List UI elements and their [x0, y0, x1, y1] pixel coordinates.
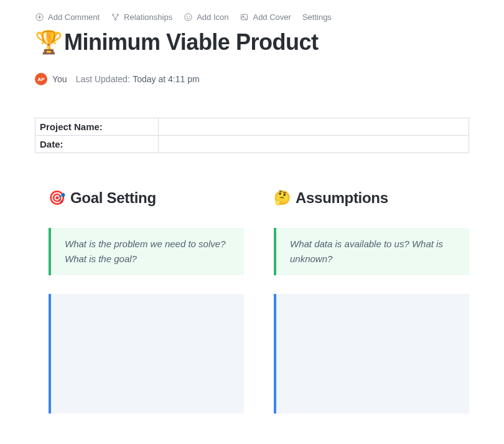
relationships-button[interactable]: Relationships [111, 12, 172, 22]
callout-assumptions[interactable]: What data is available to us? What is un… [274, 228, 469, 275]
columns: 🎯 Goal Setting What is the problem we ne… [35, 189, 469, 413]
column-assumptions: 🤔 Assumptions What data is available to … [274, 189, 469, 413]
add-comment-button[interactable]: Add Comment [35, 12, 100, 22]
svg-point-5 [187, 16, 187, 17]
target-icon: 🎯 [49, 190, 65, 206]
project-name-value[interactable] [159, 118, 469, 136]
svg-point-3 [114, 19, 116, 21]
svg-point-6 [189, 16, 190, 17]
page-emoji[interactable]: 🏆 [35, 29, 63, 55]
toolbar: Add Comment Relationships Add Icon Add C… [35, 12, 469, 22]
date-value[interactable] [159, 136, 469, 153]
callout-goal[interactable]: What is the problem we need to solve? Wh… [49, 228, 244, 275]
info-table: Project Name: Date: [35, 118, 469, 153]
column-goal-setting: 🎯 Goal Setting What is the problem we ne… [49, 189, 244, 413]
smile-icon [184, 12, 193, 22]
section-heading-goal: 🎯 Goal Setting [49, 189, 244, 207]
relationships-label: Relationships [124, 12, 172, 22]
relationships-icon [111, 12, 120, 22]
page-title[interactable]: Minimum Viable Product [64, 29, 318, 55]
add-icon-label: Add Icon [197, 12, 228, 22]
table-row: Project Name: [35, 118, 469, 136]
table-row: Date: [35, 136, 469, 153]
add-comment-label: Add Comment [48, 12, 100, 22]
add-cover-label: Add Cover [253, 12, 291, 22]
content-block-assumptions[interactable] [274, 294, 469, 413]
last-updated: Last Updated: Today at 4:11 pm [76, 73, 200, 85]
section-heading-assumptions: 🤔 Assumptions [274, 189, 469, 207]
author-label: You [52, 74, 67, 84]
callout-goal-text: What is the problem we need to solve? Wh… [65, 237, 230, 267]
updated-time: Today at 4:11 pm [133, 74, 199, 84]
add-icon-button[interactable]: Add Icon [184, 12, 228, 22]
updated-label: Last Updated: [76, 74, 130, 84]
section-title-goal[interactable]: Goal Setting [70, 189, 156, 207]
author-chip[interactable]: AP You [35, 73, 67, 85]
settings-button[interactable]: Settings [302, 12, 332, 22]
avatar: AP [35, 73, 47, 85]
add-cover-button[interactable]: Add Cover [240, 12, 291, 22]
thinking-icon: 🤔 [274, 190, 291, 206]
date-label: Date: [35, 136, 159, 153]
project-name-label: Project Name: [35, 118, 159, 136]
callout-assumptions-text: What data is available to us? What is un… [290, 237, 455, 267]
svg-point-4 [185, 14, 192, 21]
meta-row: AP You Last Updated: Today at 4:11 pm [35, 73, 469, 85]
svg-point-2 [117, 14, 119, 16]
comment-icon [35, 12, 44, 22]
svg-point-1 [113, 14, 114, 16]
section-title-assumptions[interactable]: Assumptions [296, 189, 388, 207]
page-title-row: 🏆 Minimum Viable Product [35, 29, 469, 55]
content-block-goal[interactable] [49, 294, 244, 413]
image-icon [240, 12, 249, 22]
settings-label: Settings [302, 12, 332, 22]
